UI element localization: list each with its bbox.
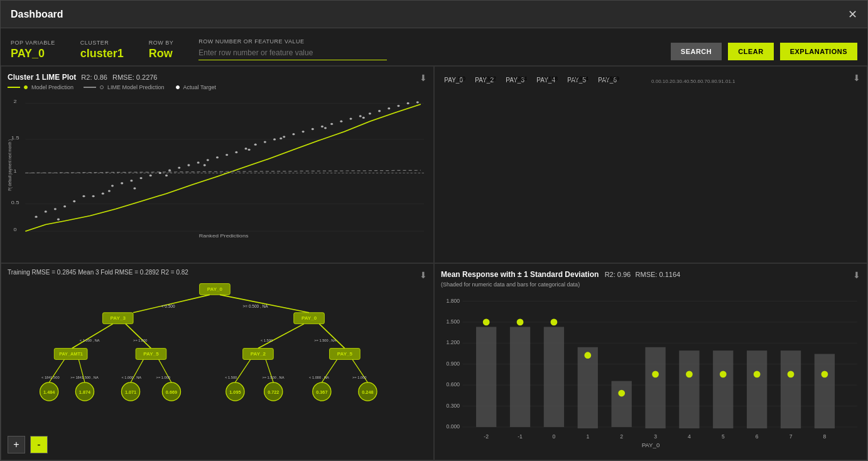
download-icon-panel2[interactable]: ⬇ [853, 73, 860, 83]
svg-point-54 [108, 190, 111, 192]
svg-text:PAY_2: PAY_2 [251, 351, 266, 357]
download-icon-panel3[interactable]: ⬇ [420, 270, 427, 280]
svg-point-147 [652, 371, 659, 377]
svg-text:5: 5 [722, 433, 725, 440]
svg-point-18 [92, 195, 95, 197]
svg-point-40 [302, 131, 305, 133]
tree-stats: Training RMSE = 0.2845 Mean 3 Fold RMSE … [8, 269, 427, 276]
svg-point-34 [245, 148, 247, 149]
svg-text:0.367: 0.367 [316, 389, 327, 395]
pop-variable-group: POP VARIABLE PAY_0 [11, 40, 55, 60]
svg-point-59 [279, 138, 282, 139]
svg-point-41 [312, 128, 314, 130]
svg-point-47 [369, 112, 371, 114]
svg-text:< 1.500: < 1.500 [261, 339, 273, 342]
svg-point-33 [235, 151, 237, 153]
svg-text:1.5: 1.5 [11, 135, 19, 141]
title-bar: Dashboard ✕ [1, 1, 867, 28]
svg-text:0.5: 0.5 [11, 199, 19, 205]
svg-rect-140 [544, 327, 564, 426]
svg-text:>= 1.500 , NA: >= 1.500 , NA [314, 339, 336, 342]
search-button[interactable]: SEARCH [671, 43, 722, 60]
svg-text:PAY_5: PAY_5 [143, 351, 159, 357]
svg-point-19 [102, 193, 104, 195]
window-title: Dashboard [11, 9, 63, 20]
svg-point-37 [273, 138, 276, 140]
svg-text:< 1841.500: < 1841.500 [41, 376, 60, 379]
x-axis-tick: 0.0 [651, 79, 658, 84]
svg-text:Ranked Predictions: Ranked Predictions [199, 233, 249, 237]
svg-text:1.874: 1.874 [79, 389, 91, 395]
svg-text:1.800: 1.800 [447, 298, 460, 304]
svg-text:>= 1.000: >= 1.000 [352, 376, 366, 379]
download-icon-panel1[interactable]: ⬇ [420, 73, 427, 83]
svg-point-151 [720, 371, 727, 377]
mean-response-svg: 1.800 1.500 1.200 0.900 0.600 0.300 0.00… [441, 290, 860, 452]
svg-point-61 [362, 117, 365, 119]
svg-point-24 [149, 175, 152, 176]
svg-text:>= 1841.500 , NA: >= 1841.500 , NA [70, 376, 99, 379]
svg-point-39 [292, 133, 295, 135]
main-window: Dashboard ✕ POP VARIABLE PAY_0 CLUSTER c… [0, 0, 868, 461]
svg-text:>= 1.000: >= 1.000 [156, 376, 170, 379]
svg-point-42 [321, 126, 323, 127]
svg-point-35 [254, 144, 257, 146]
x-axis-tick: 0.4 [680, 79, 686, 84]
svg-point-50 [397, 105, 399, 107]
lime-plot-title: Cluster 1 LIME Plot R2: 0.86 RMSE: 0.227… [8, 73, 427, 82]
clear-button[interactable]: CLEAR [728, 43, 773, 60]
row-number-input[interactable] [198, 46, 387, 60]
legend-actual-target: Actual Target [175, 84, 216, 90]
svg-text:0.248: 0.248 [362, 389, 373, 395]
bar-value: 0.204 [513, 75, 527, 82]
svg-text:1.484: 1.484 [43, 389, 55, 395]
zoom-buttons: + - [8, 436, 48, 453]
svg-text:0.669: 0.669 [166, 389, 177, 395]
svg-rect-138 [510, 327, 530, 426]
svg-text:PAY_3: PAY_3 [111, 315, 126, 321]
mean-response-title-main: Mean Response with ± 1 Standard Deviatio… [441, 270, 680, 279]
svg-point-38 [283, 136, 285, 138]
svg-text:1.200: 1.200 [447, 339, 460, 345]
svg-line-83 [126, 324, 151, 349]
svg-text:< 0.500: < 0.500 [161, 304, 175, 308]
row-input-group: ROW NUMBER OR FEATURE VALUE [198, 38, 665, 60]
svg-rect-156 [815, 354, 835, 429]
svg-text:>= 1.500 , NA: >= 1.500 , NA [262, 376, 284, 379]
bar-value: 0.118 [543, 75, 558, 82]
svg-point-60 [324, 127, 327, 129]
zoom-minus-button[interactable]: - [30, 436, 48, 453]
svg-point-14 [54, 208, 57, 210]
explanations-button[interactable]: EXPLANATIONS [780, 43, 857, 60]
svg-rect-148 [679, 350, 699, 428]
svg-point-27 [178, 166, 180, 168]
mean-response-panel: Mean Response with ± 1 Standard Deviatio… [434, 263, 867, 460]
svg-point-56 [165, 175, 168, 176]
download-icon-panel4[interactable]: ⬇ [853, 270, 860, 280]
x-axis-tick: 0.2 [665, 79, 672, 84]
zoom-plus-button[interactable]: + [8, 436, 25, 453]
svg-point-49 [388, 107, 390, 109]
mean-response-title: Mean Response with ± 1 Standard Deviatio… [441, 270, 860, 279]
decision-tree-svg: PAY_0 PAY_3 PAY_0 < 0.500 >= 0.500 , NA … [8, 279, 427, 438]
svg-point-137 [483, 319, 490, 326]
bar-chart [441, 89, 860, 247]
x-axis-tick: 1.0 [721, 79, 728, 84]
svg-text:1.071: 1.071 [125, 389, 136, 395]
svg-line-82 [72, 324, 113, 349]
svg-rect-150 [713, 350, 733, 428]
svg-point-145 [618, 390, 625, 397]
svg-text:1.500: 1.500 [447, 318, 460, 325]
svg-point-52 [416, 101, 419, 103]
x-axis-tick: 1.1 [728, 79, 735, 84]
close-button[interactable]: ✕ [848, 8, 857, 21]
svg-point-12 [35, 216, 38, 218]
svg-point-43 [330, 123, 333, 125]
bar-row: PAY_5 0.0974 [564, 73, 590, 87]
svg-text:0.000: 0.000 [447, 423, 460, 430]
svg-text:-1: -1 [518, 433, 523, 440]
svg-text:7: 7 [789, 433, 793, 440]
svg-point-46 [359, 115, 362, 117]
row-by-group: ROW BY Row [149, 40, 174, 60]
lime-plot-svg: 2 1.5 1 0.5 0 P( default payment next mo… [8, 93, 427, 237]
